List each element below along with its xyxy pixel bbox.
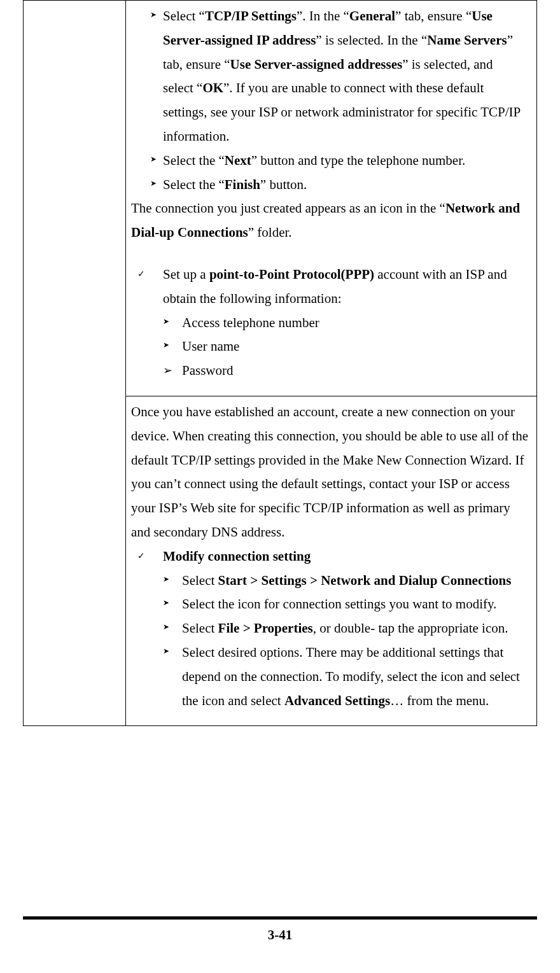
text: Select the “Finish” button. — [163, 173, 525, 197]
list-item: Select the “Finish” button. — [131, 173, 531, 197]
text: Access telephone number — [182, 311, 525, 335]
list-item: Select desired options. There may be add… — [131, 641, 531, 713]
content-table: Select “TCP/IP Settings”. In the “Genera… — [23, 0, 537, 726]
list-item: Modify connection setting — [131, 545, 531, 569]
text: Modify connection setting — [163, 545, 525, 569]
list-item: User name — [131, 335, 531, 359]
text: Set up a point-to-Point Protocol(PPP) ac… — [163, 263, 525, 311]
page-number: 3-41 — [23, 923, 537, 960]
text: User name — [182, 335, 525, 359]
list-item: Set up a point-to-Point Protocol(PPP) ac… — [131, 263, 531, 311]
text: Select “TCP/IP Settings”. In the “Genera… — [163, 4, 525, 149]
left-spacer-cell — [24, 1, 126, 726]
footer-rule — [23, 916, 537, 920]
text: Select Start > Settings > Network and Di… — [182, 569, 525, 593]
list-item: Select the icon for connection settings … — [131, 592, 531, 617]
text: Select the “Next” button and type the te… — [163, 149, 525, 173]
paragraph: The connection you just created appears … — [131, 197, 531, 245]
lower-content-cell: Once you have established an account, cr… — [126, 396, 537, 725]
list-item: Select the “Next” button and type the te… — [131, 149, 531, 173]
list-item: Select “TCP/IP Settings”. In the “Genera… — [131, 4, 531, 149]
list-item: Password — [131, 359, 531, 383]
text: Select the icon for connection settings … — [182, 592, 525, 617]
paragraph: Once you have established an account, cr… — [131, 400, 531, 545]
text: Select desired options. There may be add… — [182, 641, 525, 713]
text: Password — [182, 359, 525, 383]
list-item: Select Start > Settings > Network and Di… — [131, 569, 531, 593]
upper-content-cell: Select “TCP/IP Settings”. In the “Genera… — [126, 1, 537, 396]
page-footer: 3-41 — [23, 916, 537, 960]
list-item: Access telephone number — [131, 311, 531, 335]
list-item: Select File > Properties, or double- tap… — [131, 617, 531, 641]
text: Select File > Properties, or double- tap… — [182, 617, 525, 641]
